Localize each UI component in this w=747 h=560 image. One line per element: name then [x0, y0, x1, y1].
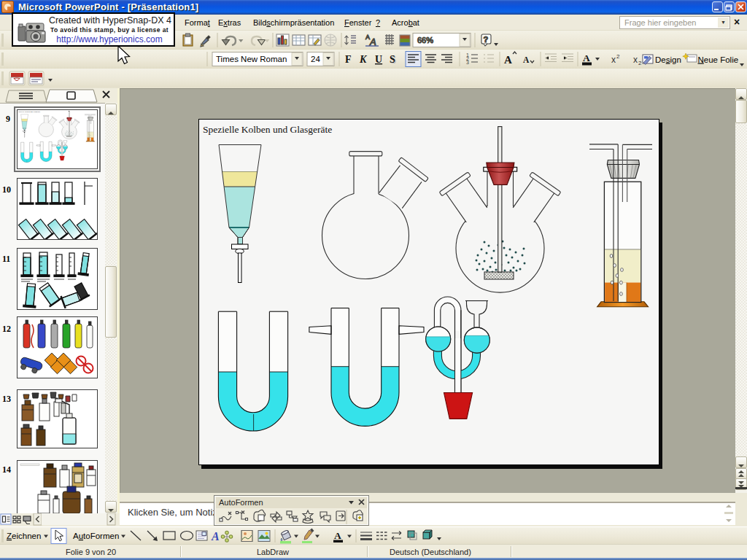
svg-text:3: 3	[466, 60, 469, 65]
svg-text:U: U	[375, 54, 382, 65]
svg-text:K: K	[359, 54, 368, 65]
svg-text:A: A	[504, 54, 512, 66]
svg-text:Neue Folie: Neue Folie	[698, 55, 739, 64]
svg-text:Design: Design	[655, 55, 681, 64]
svg-text:24: 24	[311, 55, 320, 63]
svg-text:Zeichnen: Zeichnen	[7, 532, 41, 540]
svg-text:A: A	[211, 530, 220, 542]
svg-text:x: x	[611, 55, 616, 65]
svg-text:2: 2	[638, 60, 642, 66]
svg-text:Times New Roman: Times New Roman	[216, 55, 287, 63]
svg-text:A: A	[583, 52, 590, 63]
svg-text:66%: 66%	[417, 36, 433, 44]
svg-text:S: S	[390, 54, 395, 65]
svg-text:A: A	[334, 530, 341, 541]
svg-text:F: F	[345, 54, 352, 65]
svg-text:A: A	[523, 55, 530, 64]
svg-text:x: x	[633, 55, 638, 65]
svg-text:2: 2	[616, 53, 620, 60]
svg-text:?: ?	[484, 35, 489, 44]
svg-text:AutoFormen: AutoFormen	[73, 532, 119, 540]
